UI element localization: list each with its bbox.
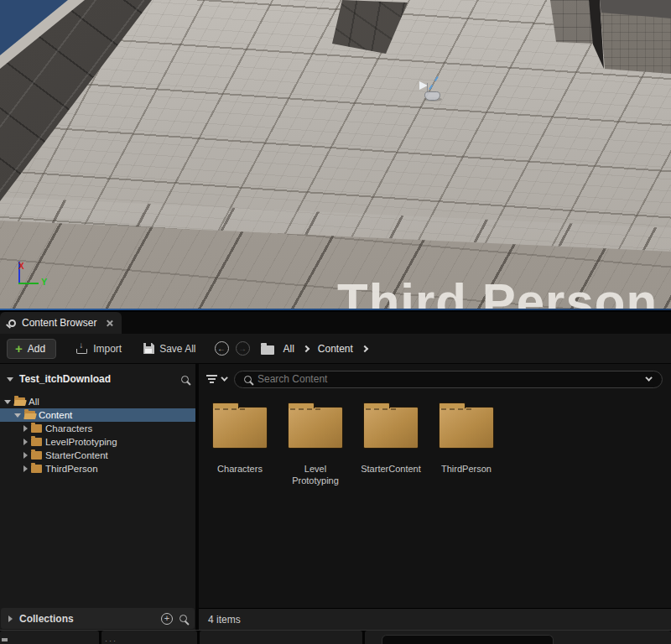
dock-glyph	[2, 638, 8, 641]
item-count: 4 items	[208, 614, 241, 626]
folder-tile-characters[interactable]: Characters	[202, 402, 278, 475]
tree-item-startercontent[interactable]: StarterContent	[0, 449, 195, 462]
folder-label: Characters	[217, 463, 263, 475]
import-icon: ↓	[76, 343, 88, 354]
folder-tree: All Content Characters LevelPrototyping	[0, 395, 195, 475]
asset-view-panel: Characters Level Prototyping StarterCont…	[199, 364, 671, 630]
chevron-right-icon[interactable]	[23, 465, 28, 472]
sources-header: Test_itchDownload	[0, 368, 195, 390]
tree-item-label: StarterContent	[45, 450, 108, 460]
chevron-right-icon[interactable]	[23, 425, 28, 432]
tab-title: Content Browser	[22, 317, 96, 329]
search-field[interactable]	[234, 371, 663, 388]
dock-segment[interactable]	[200, 631, 362, 644]
forward-button[interactable]: →	[236, 341, 250, 356]
filter-search-row	[199, 368, 671, 390]
collections-section[interactable]: Collections +	[1, 608, 195, 629]
collections-label: Collections	[19, 613, 154, 625]
breadcrumb-root[interactable]: All	[283, 343, 294, 355]
y-axis-line	[18, 283, 39, 284]
player-start-gizmo[interactable]	[417, 75, 445, 105]
saved-search-chevron-icon[interactable]	[645, 374, 652, 381]
chevron-right-icon[interactable]	[23, 452, 28, 459]
forward-arrow-icon: →	[238, 344, 247, 353]
save-all-button[interactable]: Save All	[143, 343, 195, 355]
chevron-right-icon	[303, 345, 309, 351]
tree-item-label: All	[29, 397, 39, 407]
tree-item-label: LevelPrototyping	[45, 437, 117, 447]
folder-icon	[31, 424, 42, 433]
chevron-down-icon[interactable]	[14, 413, 21, 418]
tree-item-label: Characters	[45, 423, 92, 434]
tab-content-browser[interactable]: Content Browser	[0, 312, 122, 334]
tree-item-levelprototyping[interactable]: LevelPrototyping	[0, 435, 195, 449]
gamepad-icon	[424, 91, 440, 101]
folder-icon	[212, 407, 268, 449]
asset-grid: Characters Level Prototyping StarterCont…	[199, 390, 671, 487]
chevron-down-icon[interactable]	[7, 377, 13, 382]
level-floor-text: Third Person	[337, 273, 658, 309]
project-title: Test_itchDownload	[19, 373, 175, 385]
direction-arrow-icon	[429, 76, 438, 90]
close-icon[interactable]	[106, 319, 113, 327]
add-collection-button[interactable]: +	[161, 613, 173, 625]
import-button[interactable]: ↓ Import	[76, 343, 122, 355]
chevron-right-icon[interactable]	[23, 439, 28, 445]
tree-item-characters[interactable]: Characters	[0, 422, 195, 435]
dock-tab-bar: Content Browser	[0, 312, 671, 334]
save-icon	[143, 343, 154, 354]
folder-icon	[31, 438, 42, 446]
breadcrumb: All Content	[283, 343, 367, 355]
tree-item-all[interactable]: All	[0, 395, 195, 408]
folder-icon	[288, 407, 343, 449]
back-button[interactable]: ←	[215, 341, 229, 356]
content-browser-icon	[8, 319, 16, 327]
folder-tile-startercontent[interactable]: StarterContent	[353, 402, 429, 475]
search-icon	[244, 376, 252, 383]
axis-orientation-gizmo: Y X	[15, 252, 57, 289]
lower-dock-strip: ···	[0, 630, 671, 644]
content-browser-toolbar: + Add ↓ Import Save All ← → All Content	[0, 334, 671, 364]
grip-dots-icon: ···	[105, 636, 117, 644]
folder-label: ThirdPerson	[441, 463, 492, 475]
open-folder-icon	[14, 397, 25, 406]
content-browser-body: Test_itchDownload All Content Charac	[0, 364, 671, 630]
folder-tile-thirdperson[interactable]: ThirdPerson	[429, 402, 504, 475]
folder-label: StarterContent	[361, 463, 421, 475]
folder-icon	[31, 451, 42, 460]
dock-segment[interactable]	[0, 631, 99, 644]
back-arrow-icon: ←	[217, 344, 226, 353]
breadcrumb-current[interactable]: Content	[318, 343, 353, 355]
folder-icon	[439, 407, 494, 449]
tree-item-content[interactable]: Content	[0, 408, 195, 422]
dock-search-inset	[382, 635, 554, 644]
asset-status-bar: 4 items	[199, 608, 671, 630]
folder-icon	[31, 465, 42, 473]
folder-label: Level Prototyping	[281, 463, 350, 487]
add-button[interactable]: + Add	[7, 339, 56, 359]
level-viewport[interactable]: Third Person Y X	[0, 0, 671, 309]
filter-icon[interactable]	[205, 375, 217, 383]
search-paths-icon[interactable]	[181, 376, 189, 383]
chevron-right-icon[interactable]	[8, 615, 13, 622]
tree-item-thirdperson[interactable]: ThirdPerson	[0, 462, 195, 475]
breadcrumb-folder-icon	[261, 345, 274, 355]
chevron-down-icon[interactable]	[4, 400, 11, 404]
tree-item-label: Content	[39, 410, 72, 420]
folder-icon	[363, 407, 419, 449]
open-folder-icon	[24, 411, 35, 419]
plus-icon: +	[15, 345, 23, 353]
chevron-right-icon[interactable]	[362, 345, 368, 351]
filter-dropdown-chevron-icon[interactable]	[221, 374, 227, 381]
y-axis-label: Y	[41, 277, 47, 287]
search-collections-icon[interactable]	[179, 615, 187, 622]
sources-panel: Test_itchDownload All Content Charac	[0, 364, 195, 630]
unreal-editor-window: Third Person Y X Content Browser + Add	[0, 0, 671, 644]
search-input[interactable]	[257, 373, 642, 385]
x-axis-label: X	[18, 262, 24, 271]
tree-item-label: ThirdPerson	[45, 464, 98, 474]
folder-tile-levelprototyping[interactable]: Level Prototyping	[278, 402, 353, 487]
